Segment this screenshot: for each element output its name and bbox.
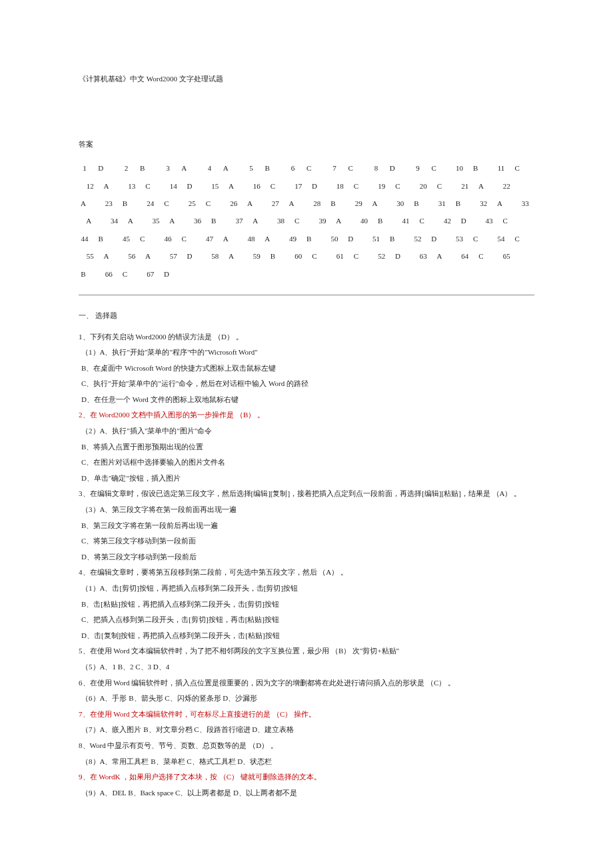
answer-number: 51 bbox=[370, 230, 382, 247]
answer-number: 1 bbox=[79, 159, 91, 177]
answer-number: 16 bbox=[251, 177, 263, 195]
answer-letter: B bbox=[79, 265, 88, 283]
answer-letter: C bbox=[310, 247, 319, 265]
answer-number: 29 bbox=[352, 195, 364, 212]
answer-letter: A bbox=[476, 177, 486, 195]
answer-letter: A bbox=[79, 195, 88, 212]
answer-number: 12 bbox=[84, 177, 96, 195]
answer-number: 21 bbox=[459, 177, 471, 195]
answer-number: 6 bbox=[287, 159, 299, 177]
answer-letter: A bbox=[102, 247, 111, 265]
answer-number: 7 bbox=[328, 159, 340, 177]
answer-number: 38 bbox=[275, 212, 287, 229]
question-4-option-d: D、击[复制]按钮，再把插入点移到第二段开头，击[粘贴]按钮 bbox=[81, 630, 534, 642]
answer-letter: C bbox=[143, 177, 153, 195]
answer-number: 34 bbox=[109, 212, 121, 229]
answer-number: 13 bbox=[126, 177, 138, 195]
question-3-option-a: （3）A、第三段文字将在第一段前面再出现一遍 bbox=[81, 504, 534, 516]
section-heading: 一、 选择题 bbox=[79, 310, 534, 322]
question-3-option-d: D、将第三段文字移动到第一段前后 bbox=[81, 551, 534, 563]
answer-number: 35 bbox=[150, 212, 162, 229]
answer-number: 25 bbox=[186, 195, 198, 212]
question-3-stem: 3、在编辑文章时，假设已选定第三段文字，然后选择[编辑][复制]，接着把插入点定… bbox=[79, 488, 534, 500]
answer-number: 47 bbox=[204, 230, 216, 247]
answer-letter: C bbox=[512, 159, 522, 177]
answer-number: 48 bbox=[245, 230, 257, 247]
answer-number: 49 bbox=[287, 230, 299, 247]
answer-number: 67 bbox=[145, 265, 157, 283]
answer-letter: A bbox=[227, 247, 236, 265]
answer-letter: A bbox=[84, 212, 93, 229]
answer-number: 37 bbox=[233, 212, 245, 229]
answer-number: 2 bbox=[121, 159, 133, 177]
answer-letter: D bbox=[185, 177, 195, 195]
answer-number: 10 bbox=[454, 159, 466, 177]
answer-letter: A bbox=[221, 230, 231, 247]
question-9-stem: 9、在 WordK ，如果用户选择了文本块，按 （C） 键就可删除选择的文本。 bbox=[79, 771, 534, 783]
answer-number: 27 bbox=[269, 195, 281, 212]
question-4-option-c: C、把插入点移到第二段开头，击[剪切]按钮，再击[粘贴]按钮 bbox=[81, 614, 534, 626]
answer-letter: C bbox=[352, 177, 361, 195]
answer-letter: C bbox=[393, 177, 402, 195]
answer-letter: B bbox=[121, 195, 130, 212]
answer-letter: C bbox=[293, 212, 302, 229]
answer-letter: C bbox=[204, 195, 213, 212]
question-2-option-a: （2）A、执行"插入"菜单中的"图片"命令 bbox=[81, 425, 534, 437]
answer-letter: D bbox=[346, 230, 355, 247]
answer-number: 20 bbox=[417, 177, 429, 195]
answer-letter: A bbox=[334, 212, 343, 229]
answer-number: 22 bbox=[500, 177, 512, 195]
answer-letter: C bbox=[162, 195, 171, 212]
answer-letter: B bbox=[209, 212, 219, 229]
answer-letter: C bbox=[269, 177, 278, 195]
answer-number: 57 bbox=[167, 247, 179, 265]
answer-letter: A bbox=[221, 159, 231, 177]
answer-letter: A bbox=[251, 212, 260, 229]
answer-letter: C bbox=[500, 212, 510, 229]
answer-letter: B bbox=[388, 230, 397, 247]
answer-letter: A bbox=[435, 247, 444, 265]
answer-letter: C bbox=[138, 230, 147, 247]
answer-letter: C bbox=[346, 159, 355, 177]
answer-letter: A bbox=[126, 212, 135, 229]
answer-letter: D bbox=[393, 247, 402, 265]
answer-number: 66 bbox=[103, 265, 115, 283]
answer-number: 33 bbox=[519, 195, 531, 212]
answer-letter: A bbox=[143, 247, 153, 265]
question-9-options: （9）A、DEL B、Back space C、以上两者都是 D、以上两者都不是 bbox=[81, 787, 534, 799]
answer-number: 44 bbox=[79, 230, 91, 247]
answers-heading: 答案 bbox=[79, 139, 534, 151]
answer-letter: D bbox=[310, 177, 319, 195]
question-6-stem: 6、在使用 Word 编辑软件时，插入点位置是很重要的，因为文字的增删都将在此处… bbox=[79, 677, 534, 689]
answer-letter: C bbox=[429, 159, 438, 177]
answer-number: 28 bbox=[311, 195, 323, 212]
question-1-option-b: B、在桌面中 Wicrosoft Word 的快捷方式图标上双击鼠标左键 bbox=[81, 363, 534, 375]
answer-number: 4 bbox=[204, 159, 216, 177]
answer-letter: B bbox=[269, 247, 278, 265]
answer-letter: B bbox=[328, 195, 338, 212]
answer-letter: B bbox=[412, 195, 421, 212]
answer-number: 50 bbox=[328, 230, 340, 247]
answer-number: 41 bbox=[400, 212, 412, 229]
answer-number: 23 bbox=[103, 195, 115, 212]
answer-number: 17 bbox=[293, 177, 305, 195]
question-2-option-d: D、单击"确定"按钮，插入图片 bbox=[81, 473, 534, 485]
answer-number: 5 bbox=[245, 159, 257, 177]
question-4-option-a: （1）A、击[剪切]按钮，再把插入点移到第二段开头，击[剪切]按钮 bbox=[81, 583, 534, 595]
answer-number: 14 bbox=[167, 177, 179, 195]
question-3-option-b: B、第三段文字将在第一段前后再出现一遍 bbox=[81, 520, 534, 532]
answer-number: 30 bbox=[394, 195, 406, 212]
question-5-stem: 5、在使用 Word 文本编辑软件时，为了把不相邻两段的文字互换位置，最少用 （… bbox=[79, 645, 534, 657]
question-3-option-c: C、将第三段文字移动到第一段前面 bbox=[81, 535, 534, 547]
answer-number: 65 bbox=[500, 247, 512, 265]
answer-letter: C bbox=[352, 247, 361, 265]
answer-number: 59 bbox=[251, 247, 263, 265]
answer-letter: D bbox=[185, 247, 195, 265]
answer-letter: A bbox=[287, 195, 297, 212]
answer-number: 52 bbox=[376, 247, 388, 265]
question-1-stem: 1、下列有关启动 Word2000 的错误方法是 （D） 。 bbox=[79, 331, 534, 343]
answer-number: 40 bbox=[358, 212, 370, 229]
answer-letter: D bbox=[459, 212, 468, 229]
answer-number: 60 bbox=[293, 247, 305, 265]
question-4-option-b: B、击[粘贴]按钮，再把插入点移到第二段开头，击[剪切]按钮 bbox=[81, 599, 534, 611]
